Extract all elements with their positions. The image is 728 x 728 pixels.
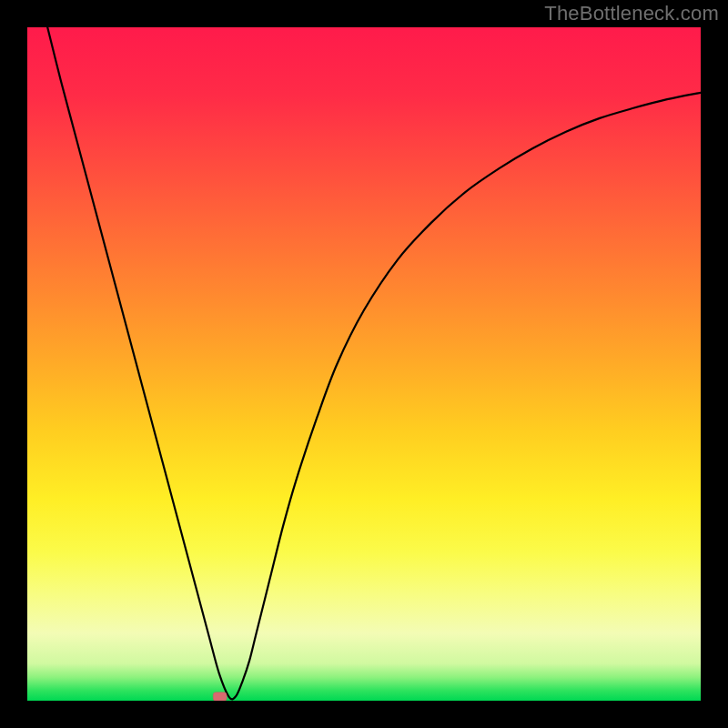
optimum-marker: [213, 693, 227, 701]
chart-container: TheBottleneck.com: [0, 0, 728, 728]
watermark-text: TheBottleneck.com: [544, 2, 719, 25]
plot-area: [27, 27, 701, 701]
gradient-background: [27, 27, 701, 701]
chart-svg: [27, 27, 701, 701]
